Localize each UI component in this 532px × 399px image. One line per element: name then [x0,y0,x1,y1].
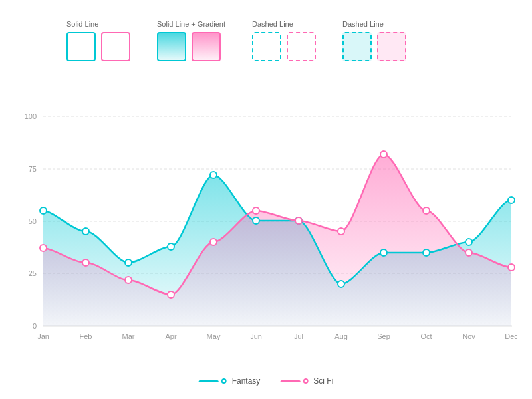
scifi-legend-label: Sci Fi [313,376,333,386]
scifi-point-apr [168,291,174,298]
scifi-point-jul [295,217,302,224]
bottom-legend-scifi: Sci Fi [280,376,333,386]
fantasy-point-jan [40,207,47,214]
fantasy-point-nov [466,239,472,245]
svg-text:100: 100 [25,112,37,120]
chart-container: Solid Line Solid Line + Gradient Dashed … [0,0,532,399]
scifi-point-jun [253,207,259,214]
scifi-point-mar [125,277,132,283]
scifi-point-dec [508,264,515,271]
fantasy-legend-dot [221,378,227,384]
scifi-legend-line [280,380,300,382]
fantasy-point-mar [125,259,132,266]
svg-text:50: 50 [29,217,37,225]
fantasy-point-sep [380,249,387,256]
scifi-point-oct [423,207,430,214]
scifi-point-jan [40,245,47,251]
scifi-point-nov [466,249,472,256]
fantasy-point-apr [168,243,174,250]
svg-text:25: 25 [29,269,37,277]
svg-text:Apr: Apr [165,332,176,340]
svg-text:Dec: Dec [505,332,518,340]
svg-text:May: May [207,332,221,340]
svg-text:Jan: Jan [37,332,49,340]
chart-svg: 100 75 50 25 0 Jan Feb Mar Apr May Jun J… [0,0,532,399]
fantasy-point-aug [338,281,344,287]
svg-text:Sep: Sep [377,332,390,340]
svg-text:Jul: Jul [294,332,303,340]
bottom-legend: Fantasy Sci Fi [199,376,334,386]
svg-text:Feb: Feb [80,332,92,340]
svg-text:0: 0 [33,322,37,330]
scifi-point-feb [82,259,89,266]
fantasy-point-jun [253,217,259,224]
fantasy-legend-label: Fantasy [232,376,261,386]
bottom-legend-fantasy: Fantasy [199,376,261,386]
fantasy-point-oct [423,249,430,256]
fantasy-point-may [210,172,217,178]
fantasy-point-dec [508,197,515,203]
svg-text:Oct: Oct [420,332,432,340]
fantasy-legend-line [199,380,219,382]
fantasy-point-feb [82,228,89,235]
svg-text:Mar: Mar [122,332,135,340]
scifi-area [43,154,511,326]
scifi-point-aug [338,228,344,235]
svg-text:Nov: Nov [462,332,475,340]
scifi-point-may [210,239,217,245]
svg-text:75: 75 [29,165,37,173]
scifi-point-sep [380,151,387,158]
scifi-legend-dot [303,378,308,384]
svg-text:Aug: Aug [334,332,348,340]
svg-text:Jun: Jun [250,332,262,340]
